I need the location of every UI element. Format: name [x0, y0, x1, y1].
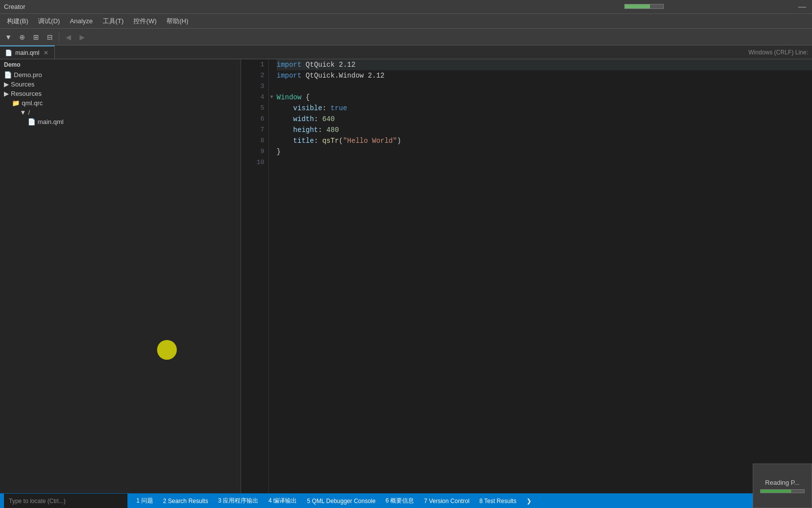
- toolbar-back-btn[interactable]: ◀: [62, 31, 75, 43]
- sidebar-expand-icon: ▼: [20, 109, 26, 116]
- sidebar-item-root[interactable]: ▼ /: [0, 108, 241, 117]
- statusbar-issues[interactable]: 1 问题: [131, 494, 158, 508]
- sidebar-expand-icon: ▶: [4, 81, 9, 88]
- toolbar-filter-btn[interactable]: ▼: [2, 31, 15, 43]
- tab-icon: 📄: [5, 49, 12, 56]
- sidebar-item-icon: 📄: [4, 71, 12, 79]
- statusbar-search-placeholder: Type to locate (Ctrl...): [9, 498, 66, 505]
- sidebar-item-icon: 📄: [28, 118, 36, 126]
- code-line-5: visible: true: [277, 103, 812, 114]
- code-area: 1 2 3 4▼ 5 6 7 8 9 10 import QtQuick 2.1…: [241, 59, 812, 493]
- line-num-5: 5: [241, 103, 264, 114]
- code-line-7: height: 480: [277, 125, 812, 135]
- code-line-10: [277, 157, 812, 168]
- statusbar-qml-debugger[interactable]: 5 QML Debugger Console: [302, 494, 380, 508]
- statusbar: Type to locate (Ctrl...) 1 问题 2 Search R…: [0, 493, 812, 508]
- code-editor[interactable]: 1 2 3 4▼ 5 6 7 8 9 10 import QtQuick 2.1…: [241, 59, 812, 493]
- statusbar-search[interactable]: Type to locate (Ctrl...): [4, 494, 127, 508]
- line-num-4: 4▼: [241, 92, 264, 103]
- minimize-button[interactable]: —: [792, 0, 812, 14]
- line-numbers: 1 2 3 4▼ 5 6 7 8 9 10: [241, 59, 269, 493]
- toolbar-split-h-btn[interactable]: ⊞: [30, 31, 42, 43]
- reading-progress-fill: [761, 490, 791, 493]
- reading-badge: Reading P...: [753, 464, 812, 508]
- code-line-8: title: qsTr("Hello World"): [277, 135, 812, 146]
- menu-tools[interactable]: 工具(T): [98, 15, 129, 28]
- statusbar-general-messages[interactable]: 6 概要信息: [380, 494, 419, 508]
- code-line-3: [277, 81, 812, 92]
- sidebar-item-demo-pro[interactable]: 📄 Demo.pro: [0, 70, 241, 80]
- cursor-indicator: [157, 340, 177, 360]
- sidebar-item-icon: 📁: [12, 99, 20, 107]
- sidebar-item-label: qml.qrc: [22, 99, 43, 107]
- tab-close-btn[interactable]: ✕: [42, 49, 49, 56]
- sidebar-item-label: main.qml: [38, 118, 64, 126]
- line-num-9: 9: [241, 146, 264, 157]
- toolbar: ▼ ⊕ ⊞ ⊟ ◀ ▶: [0, 29, 812, 45]
- line-num-1: 1: [241, 59, 264, 70]
- line-num-8: 8: [241, 135, 264, 146]
- code-line-9: }: [277, 146, 812, 157]
- statusbar-compile-output[interactable]: 4 编译输出: [263, 494, 302, 508]
- line-num-7: 7: [241, 125, 264, 135]
- statusbar-search-results[interactable]: 2 Search Results: [158, 494, 213, 508]
- line-num-6: 6: [241, 114, 264, 125]
- toolbar-split-v-btn[interactable]: ⊟: [43, 31, 56, 43]
- reading-progress-bar: [760, 489, 805, 493]
- code-line-2: import QtQuick.Window 2.12: [277, 70, 812, 81]
- statusbar-more[interactable]: ❯: [522, 494, 536, 508]
- titlebar-title: Creator: [4, 3, 25, 10]
- menu-build[interactable]: 构建(B): [2, 15, 33, 28]
- reading-badge-label: Reading P...: [765, 479, 800, 486]
- tab-label: main.qml: [15, 49, 40, 56]
- line-num-10: 10: [241, 157, 264, 168]
- main-area: Demo 📄 Demo.pro ▶ Sources ▶ Resources 📁 …: [0, 59, 812, 493]
- code-line-4: Window {: [277, 92, 812, 103]
- code-content[interactable]: import QtQuick 2.12 import QtQuick.Windo…: [269, 59, 812, 493]
- menu-help[interactable]: 帮助(H): [162, 15, 193, 28]
- titlebar-progress-fill: [625, 4, 650, 8]
- sidebar-item-main-qml[interactable]: 📄 main.qml: [0, 117, 241, 127]
- menu-controls[interactable]: 控件(W): [128, 15, 162, 28]
- sidebar-item-qml-qrc[interactable]: 📁 qml.qrc: [0, 98, 241, 108]
- sidebar-item-label: Resources: [11, 90, 41, 97]
- toolbar-forward-btn[interactable]: ▶: [76, 31, 88, 43]
- sidebar-item-label: /: [28, 109, 30, 116]
- code-line-6: width: 640: [277, 114, 812, 125]
- menu-analyze[interactable]: Analyze: [65, 15, 97, 27]
- code-line-1: import QtQuick 2.12: [277, 59, 812, 70]
- tab-main-qml[interactable]: 📄 main.qml ✕: [0, 45, 55, 59]
- sidebar-item-label: Demo.pro: [14, 71, 42, 79]
- sidebar-expand-icon: ▶: [4, 90, 9, 97]
- sidebar-header: Demo: [0, 59, 241, 70]
- toolbar-sep-1: [59, 32, 59, 42]
- titlebar-progress-bar: [624, 4, 664, 9]
- statusbar-app-output[interactable]: 3 应用程序输出: [213, 494, 263, 508]
- sidebar-item-sources[interactable]: ▶ Sources: [0, 80, 241, 89]
- statusbar-test-results[interactable]: 8 Test Results: [474, 494, 521, 508]
- sidebar: Demo 📄 Demo.pro ▶ Sources ▶ Resources 📁 …: [0, 59, 241, 493]
- sidebar-item-label: Sources: [11, 81, 35, 88]
- sidebar-item-resources[interactable]: ▶ Resources: [0, 89, 241, 98]
- menu-debug[interactable]: 调试(D): [33, 15, 65, 28]
- tabbar: 📄 main.qml ✕ Windows (CRLF) Line:: [0, 45, 812, 59]
- statusbar-version-control[interactable]: 7 Version Control: [419, 494, 474, 508]
- line-num-2: 2: [241, 70, 264, 81]
- toolbar-link-btn[interactable]: ⊕: [16, 31, 29, 43]
- menubar: 构建(B) 调试(D) Analyze 工具(T) 控件(W) 帮助(H): [0, 14, 812, 29]
- tab-line-info: Windows (CRLF) Line:: [748, 45, 812, 59]
- line-num-3: 3: [241, 81, 264, 92]
- titlebar: Creator —: [0, 0, 812, 14]
